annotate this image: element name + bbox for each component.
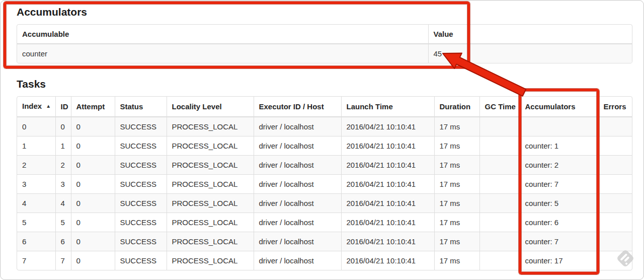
cell-errors bbox=[598, 213, 632, 232]
cell-locality-level: PROCESS_LOCAL bbox=[167, 232, 254, 251]
cell-accumulators: counter: 5 bbox=[520, 194, 598, 213]
col-header-gc-time[interactable]: GC Time bbox=[479, 97, 520, 117]
task-row: 5 5 0 SUCCESS PROCESS_LOCAL driver / loc… bbox=[17, 213, 632, 232]
cell-errors bbox=[598, 117, 632, 136]
cell-accumulators: counter: 7 bbox=[520, 232, 598, 251]
cell-attempt: 0 bbox=[71, 232, 115, 251]
cell-executor-id-host: driver / localhost bbox=[254, 156, 341, 175]
cell-value: 45 bbox=[428, 44, 632, 63]
task-row: 3 3 0 SUCCESS PROCESS_LOCAL driver / loc… bbox=[17, 175, 632, 194]
cell-status: SUCCESS bbox=[115, 156, 167, 175]
col-header-value[interactable]: Value bbox=[428, 25, 632, 44]
cell-gc-time bbox=[479, 232, 520, 251]
cell-gc-time bbox=[479, 251, 520, 270]
cell-id: 1 bbox=[55, 136, 71, 156]
cell-locality-level: PROCESS_LOCAL bbox=[167, 136, 254, 156]
cell-id: 6 bbox=[55, 232, 71, 251]
col-header-status[interactable]: Status bbox=[115, 97, 167, 117]
tasks-heading: Tasks bbox=[17, 78, 632, 90]
col-header-id[interactable]: ID bbox=[55, 97, 71, 117]
col-header-accumulators[interactable]: Accumulators bbox=[520, 97, 598, 117]
col-header-index-label: Index bbox=[22, 102, 42, 110]
cell-id: 5 bbox=[55, 213, 71, 232]
cell-status: SUCCESS bbox=[115, 194, 167, 213]
cell-errors bbox=[598, 232, 632, 251]
cell-gc-time bbox=[479, 213, 520, 232]
cell-gc-time bbox=[479, 194, 520, 213]
cell-duration: 17 ms bbox=[434, 251, 479, 270]
table-header-row: Accumulable Value bbox=[17, 25, 632, 44]
cell-accumulators bbox=[520, 117, 598, 136]
cell-launch-time: 2016/04/21 10:10:41 bbox=[341, 232, 434, 251]
cell-duration: 17 ms bbox=[434, 175, 479, 194]
cell-attempt: 0 bbox=[71, 251, 115, 270]
cell-index: 1 bbox=[17, 136, 55, 156]
task-row: 4 4 0 SUCCESS PROCESS_LOCAL driver / loc… bbox=[17, 194, 632, 213]
col-header-executor-id-host[interactable]: Executor ID / Host bbox=[254, 97, 341, 117]
cell-executor-id-host: driver / localhost bbox=[254, 175, 341, 194]
cell-attempt: 0 bbox=[71, 194, 115, 213]
cell-status: SUCCESS bbox=[115, 213, 167, 232]
cell-gc-time bbox=[479, 175, 520, 194]
cell-index: 0 bbox=[17, 117, 55, 136]
cell-id: 4 bbox=[55, 194, 71, 213]
cell-accumulators: counter: 7 bbox=[520, 175, 598, 194]
sort-ascending-icon: ▲ bbox=[46, 103, 51, 109]
task-row: 1 1 0 SUCCESS PROCESS_LOCAL driver / loc… bbox=[17, 136, 632, 156]
cell-id: 3 bbox=[55, 175, 71, 194]
task-row: 6 6 0 SUCCESS PROCESS_LOCAL driver / loc… bbox=[17, 232, 632, 251]
cell-accumulators: counter: 6 bbox=[520, 213, 598, 232]
cell-executor-id-host: driver / localhost bbox=[254, 194, 341, 213]
cell-status: SUCCESS bbox=[115, 175, 167, 194]
cell-launch-time: 2016/04/21 10:10:41 bbox=[341, 156, 434, 175]
task-row: 0 0 0 SUCCESS PROCESS_LOCAL driver / loc… bbox=[17, 117, 632, 136]
accumulators-heading: Accumulators bbox=[17, 6, 632, 18]
cell-launch-time: 2016/04/21 10:10:41 bbox=[341, 117, 434, 136]
page-content: Accumulators Accumulable Value counter 4… bbox=[17, 0, 632, 270]
cell-locality-level: PROCESS_LOCAL bbox=[167, 251, 254, 270]
cell-launch-time: 2016/04/21 10:10:41 bbox=[341, 175, 434, 194]
cell-attempt: 0 bbox=[71, 156, 115, 175]
cell-launch-time: 2016/04/21 10:10:41 bbox=[341, 213, 434, 232]
col-header-index[interactable]: Index▲ bbox=[17, 97, 55, 117]
skitch-pencil-icon bbox=[616, 249, 635, 268]
cell-status: SUCCESS bbox=[115, 232, 167, 251]
col-header-accumulable[interactable]: Accumulable bbox=[17, 25, 428, 44]
cell-status: SUCCESS bbox=[115, 251, 167, 270]
cell-launch-time: 2016/04/21 10:10:41 bbox=[341, 251, 434, 270]
cell-launch-time: 2016/04/21 10:10:41 bbox=[341, 136, 434, 156]
tasks-table: Index▲ ID Attempt Status Locality Level … bbox=[17, 96, 632, 270]
col-header-attempt[interactable]: Attempt bbox=[71, 97, 115, 117]
cell-index: 2 bbox=[17, 156, 55, 175]
cell-locality-level: PROCESS_LOCAL bbox=[167, 156, 254, 175]
task-row: 2 2 0 SUCCESS PROCESS_LOCAL driver / loc… bbox=[17, 156, 632, 175]
cell-executor-id-host: driver / localhost bbox=[254, 136, 341, 156]
cell-index: 3 bbox=[17, 175, 55, 194]
cell-duration: 17 ms bbox=[434, 117, 479, 136]
cell-locality-level: PROCESS_LOCAL bbox=[167, 175, 254, 194]
cell-attempt: 0 bbox=[71, 117, 115, 136]
cell-id: 0 bbox=[55, 117, 71, 136]
cell-errors bbox=[598, 136, 632, 156]
cell-executor-id-host: driver / localhost bbox=[254, 251, 341, 270]
cell-index: 6 bbox=[17, 232, 55, 251]
cell-duration: 17 ms bbox=[434, 194, 479, 213]
cell-errors bbox=[598, 175, 632, 194]
cell-executor-id-host: driver / localhost bbox=[254, 213, 341, 232]
cell-gc-time bbox=[479, 117, 520, 136]
cell-accumulators: counter: 17 bbox=[520, 251, 598, 270]
cell-duration: 17 ms bbox=[434, 232, 479, 251]
cell-locality-level: PROCESS_LOCAL bbox=[167, 213, 254, 232]
col-header-duration[interactable]: Duration bbox=[434, 97, 479, 117]
cell-duration: 17 ms bbox=[434, 136, 479, 156]
cell-locality-level: PROCESS_LOCAL bbox=[167, 194, 254, 213]
cell-locality-level: PROCESS_LOCAL bbox=[167, 117, 254, 136]
cell-launch-time: 2016/04/21 10:10:41 bbox=[341, 194, 434, 213]
cell-accumulable: counter bbox=[17, 44, 428, 63]
col-header-locality-level[interactable]: Locality Level bbox=[167, 97, 254, 117]
col-header-errors[interactable]: Errors bbox=[598, 97, 632, 117]
cell-status: SUCCESS bbox=[115, 117, 167, 136]
cell-executor-id-host: driver / localhost bbox=[254, 117, 341, 136]
task-row: 7 7 0 SUCCESS PROCESS_LOCAL driver / loc… bbox=[17, 251, 632, 270]
col-header-launch-time[interactable]: Launch Time bbox=[341, 97, 434, 117]
